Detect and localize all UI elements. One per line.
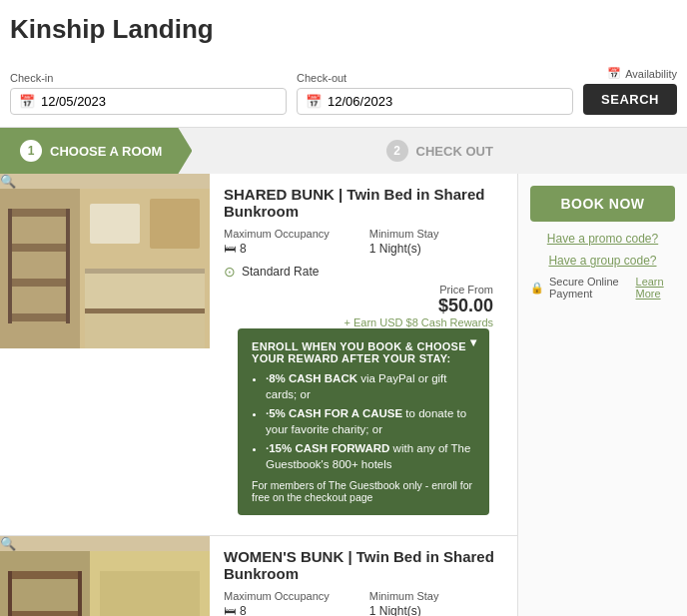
price-row-1: Price From $50.00 <box>224 284 503 316</box>
secure-label: Secure Online Payment <box>549 276 631 300</box>
rooms-list: 🔍 <box>0 174 517 616</box>
checkin-label: Check-in <box>10 72 287 84</box>
room-card-2: 🔍 <box>0 536 517 616</box>
bed-icon-1: 🛏 <box>224 242 236 256</box>
learn-more-link[interactable]: Learn More <box>636 276 675 300</box>
sidebar: BOOK NOW Have a promo code? Have a group… <box>517 174 687 616</box>
popup-close-icon[interactable]: ▼ <box>468 336 479 348</box>
max-occupancy-2: Maximum Occupancy 🛏 8 <box>224 590 330 616</box>
room-card-1: 🔍 <box>0 174 517 536</box>
min-stay-2: Minimum Stay 1 Night(s) <box>369 590 439 616</box>
svg-rect-13 <box>85 269 205 308</box>
step-checkout[interactable]: 2 CHECK OUT <box>192 128 687 174</box>
search-bar: Check-in 📅 Check-out 📅 📅 Availability SE… <box>0 57 687 128</box>
svg-rect-18 <box>10 611 80 616</box>
step-choose-room[interactable]: 1 CHOOSE A ROOM <box>0 128 192 174</box>
calendar-icon-2: 📅 <box>306 94 322 109</box>
svg-rect-12 <box>85 308 205 313</box>
checkin-field: Check-in 📅 <box>10 72 287 115</box>
step-1-circle: 1 <box>20 140 42 162</box>
step-2-circle: 2 <box>386 140 408 162</box>
lock-icon: 🔒 <box>530 282 544 295</box>
reward-item-3: ·15% CASH FORWARD with any of The Guestb… <box>266 440 475 472</box>
steps-bar: 1 CHOOSE A ROOM 2 CHECK OUT <box>0 128 687 174</box>
checkout-input-wrap[interactable]: 📅 <box>297 88 573 115</box>
max-occupancy-1: Maximum Occupancy 🛏 8 <box>224 228 330 256</box>
step-1-label: CHOOSE A ROOM <box>50 144 162 159</box>
earn-rewards-1[interactable]: + Earn USD $8 Cash Rewards <box>224 316 503 328</box>
room-title-1: SHARED BUNK | Twin Bed in Shared Bunkroo… <box>224 186 503 220</box>
room-meta-2: Maximum Occupancy 🛏 8 Minimum Stay 1 Nig… <box>224 590 503 616</box>
svg-rect-2 <box>10 209 70 217</box>
group-code-link[interactable]: Have a group code? <box>530 254 675 268</box>
room-image-1: 🔍 <box>0 174 210 348</box>
checkin-input-wrap[interactable]: 📅 <box>10 88 287 115</box>
reward-item-1: ·8% CASH BACK via PayPal or gift cards; … <box>266 370 475 402</box>
svg-rect-6 <box>8 209 12 323</box>
step-2-label: CHECK OUT <box>416 144 493 159</box>
svg-rect-14 <box>85 313 205 348</box>
search-button[interactable]: SEARCH <box>583 84 677 115</box>
svg-rect-7 <box>66 209 70 323</box>
price-1: $50.00 <box>224 296 493 316</box>
popup-note: For members of The Guestbook only - enro… <box>252 479 475 503</box>
rewards-popup: ENROLL WHEN YOU BOOK & CHOOSE YOUR REWAR… <box>238 328 489 515</box>
main-content: 🔍 <box>0 174 687 616</box>
rate-row-1: ⊙ Standard Rate <box>224 264 503 280</box>
svg-rect-4 <box>10 279 70 287</box>
rewards-list: ·8% CASH BACK via PayPal or gift cards; … <box>252 370 475 473</box>
svg-rect-3 <box>10 244 70 252</box>
svg-rect-9 <box>90 204 140 244</box>
room-info-1: SHARED BUNK | Twin Bed in Shared Bunkroo… <box>210 174 517 535</box>
room-info-2: WOMEN'S BUNK | Twin Bed in Shared Bunkro… <box>210 536 517 616</box>
svg-rect-16 <box>0 551 90 616</box>
availability-label: 📅 Availability <box>607 67 677 80</box>
zoom-icon-2[interactable]: 🔍 <box>0 536 210 551</box>
svg-rect-22 <box>78 571 82 616</box>
calendar-icon-3: 📅 <box>607 67 621 80</box>
rewards-popup-title: ENROLL WHEN YOU BOOK & CHOOSE YOUR REWAR… <box>252 340 475 364</box>
zoom-icon-1[interactable]: 🔍 <box>0 174 210 189</box>
room-image-2: 🔍 <box>0 536 210 616</box>
room-meta-1: Maximum Occupancy 🛏 8 Minimum Stay 1 Nig… <box>224 228 503 256</box>
rate-label-1: Standard Rate <box>242 265 319 279</box>
checkout-label: Check-out <box>297 72 573 84</box>
svg-rect-5 <box>10 313 70 321</box>
rate-icon-1: ⊙ <box>224 264 236 280</box>
book-now-button[interactable]: BOOK NOW <box>530 186 675 222</box>
page-title: Kinship Landing <box>0 0 687 57</box>
svg-rect-10 <box>150 199 200 249</box>
svg-rect-17 <box>10 571 80 579</box>
availability-wrap: 📅 Availability SEARCH <box>583 67 677 115</box>
reward-item-2: ·5% CASH FOR A CAUSE to donate to your f… <box>266 405 475 437</box>
calendar-icon: 📅 <box>19 94 35 109</box>
svg-rect-21 <box>8 571 12 616</box>
bed-icon-2: 🛏 <box>224 604 236 616</box>
min-stay-1: Minimum Stay 1 Night(s) <box>369 228 439 256</box>
room-title-2: WOMEN'S BUNK | Twin Bed in Shared Bunkro… <box>224 548 503 582</box>
promo-code-link[interactable]: Have a promo code? <box>530 232 675 246</box>
svg-rect-24 <box>100 571 200 616</box>
secure-payment: 🔒 Secure Online Payment Learn More <box>530 276 675 300</box>
checkout-input[interactable] <box>328 94 467 109</box>
room-card-2-inner: 🔍 <box>0 536 517 616</box>
checkout-field: Check-out 📅 <box>297 72 573 115</box>
checkin-input[interactable] <box>41 94 181 109</box>
